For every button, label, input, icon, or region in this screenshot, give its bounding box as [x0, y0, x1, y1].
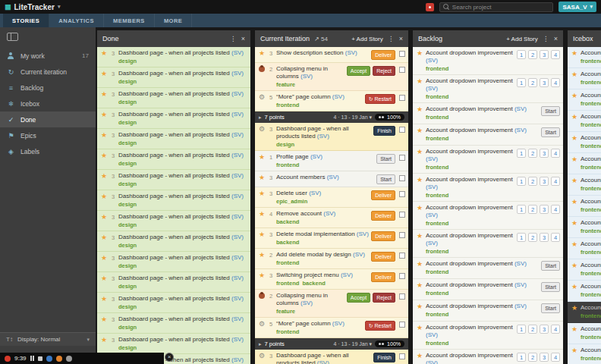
story-epic-tag[interactable]: (SV)	[231, 70, 244, 77]
start-button[interactable]: Start	[376, 174, 395, 184]
finish-button[interactable]: Finish	[373, 353, 395, 362]
story-label[interactable]: frontend	[581, 58, 601, 64]
story-label[interactable]: frontend	[581, 121, 601, 128]
estimate-button[interactable]: 1	[517, 50, 526, 59]
story-label[interactable]: backend	[276, 218, 299, 225]
story-epic-tag[interactable]: (SV)	[426, 331, 438, 338]
iteration-date[interactable]: 4 · 13 - 19 Jan ▾	[333, 115, 372, 121]
sidebar-item-icebox[interactable]: ❄Icebox	[0, 96, 96, 111]
story-row[interactable]: ★3Dashboard page - when all projects lis…	[97, 129, 250, 149]
estimate-button[interactable]: 1	[517, 233, 526, 242]
story-row[interactable]: ★Account dropdown improvement (SV)fronte…	[413, 47, 563, 75]
deliver-button[interactable]: Deliver	[371, 211, 395, 221]
search-box[interactable]	[439, 2, 553, 12]
reject-button[interactable]: Reject	[373, 293, 395, 303]
start-button[interactable]: Start	[541, 303, 560, 313]
story-label[interactable]: frontend	[276, 259, 299, 266]
story-label[interactable]: frontend	[581, 291, 601, 298]
deliver-button[interactable]: Deliver	[371, 252, 395, 262]
app-icon[interactable]	[66, 356, 72, 362]
story-label[interactable]: frontend	[426, 311, 448, 318]
story-checkbox[interactable]	[399, 212, 405, 218]
story-epic-tag[interactable]: (SV)	[231, 315, 244, 322]
story-epic-tag[interactable]: (SV)	[231, 111, 244, 118]
story-epic-tag[interactable]: (SV)	[426, 155, 438, 162]
story-row[interactable]: ★3Dashboard page - when all projects lis…	[97, 231, 250, 252]
overlay-close-button[interactable]: ×	[165, 353, 174, 362]
story-epic-tag[interactable]: (SV)	[231, 90, 244, 97]
avatar[interactable]: SASA_V ▾	[559, 2, 596, 12]
estimate-button[interactable]: 2	[528, 205, 537, 214]
story-row[interactable]: ★3Delete modal implementation (SV)backen…	[255, 228, 408, 249]
story-epic-tag[interactable]: (SV)	[231, 131, 244, 138]
story-label[interactable]: design	[118, 58, 137, 64]
estimate-button[interactable]: 3	[540, 205, 549, 214]
story-row[interactable]: ★Account dropdown improvement (SV)fronte…	[413, 174, 563, 202]
app-icon[interactable]	[56, 356, 62, 362]
story-row[interactable]: ★Account dropdown improvement (SV)fronte…	[413, 75, 563, 103]
story-row[interactable]: ★Account dropdown improvement (SV)fronte…	[568, 344, 601, 364]
story-row[interactable]: ★3Dashboard page - when all projects lis…	[97, 334, 250, 354]
story-row[interactable]: ★3Show description section (SV)Deliver	[255, 47, 408, 63]
story-checkbox[interactable]	[399, 273, 405, 279]
search-input[interactable]	[452, 4, 550, 11]
story-label[interactable]: frontend	[581, 355, 601, 362]
estimate-button[interactable]: 1	[517, 325, 526, 334]
story-row[interactable]: ★2Add delete modal by design (SV)fronten…	[255, 249, 408, 269]
story-epic-tag[interactable]: (SV)	[426, 240, 438, 246]
story-row[interactable]: ★3Dashboard page - when all projects lis…	[97, 272, 250, 293]
notification-icon[interactable]	[426, 3, 434, 11]
story-row[interactable]: ★3Dashboard page - when all projects lis…	[97, 170, 250, 190]
story-label[interactable]: frontend	[581, 312, 601, 319]
story-label[interactable]: design	[118, 201, 137, 208]
start-button[interactable]: Start	[541, 261, 560, 271]
story-epic-tag[interactable]: (SV)	[231, 193, 244, 199]
story-label[interactable]: frontend	[276, 162, 299, 168]
story-row[interactable]: ★Account dropdown improvement (SV)fronte…	[568, 217, 601, 238]
estimate-button[interactable]: 4	[551, 233, 560, 242]
kebab-menu-icon[interactable]: ⋮	[230, 35, 237, 42]
start-button[interactable]: Start	[541, 106, 560, 116]
story-label[interactable]: frontend	[581, 270, 601, 277]
story-label[interactable]: backend	[302, 280, 325, 287]
story-row[interactable]: ⚙5“More” page column (SV)frontend↻ Resta…	[255, 318, 408, 338]
story-row[interactable]: ★Account dropdown improvement (SV)fronte…	[413, 124, 563, 146]
estimate-button[interactable]: 3	[540, 325, 549, 334]
story-epic-tag[interactable]: (SV)	[426, 85, 438, 92]
story-row[interactable]: ★3Dashboard page - when all projects lis…	[97, 252, 250, 272]
story-row[interactable]: ★1Profile page (SV)frontendStart	[255, 151, 408, 171]
story-epic-tag[interactable]: (SV)	[514, 105, 527, 112]
story-row[interactable]: ★Account dropdown improvement (SV)fronte…	[413, 202, 563, 230]
sidebar-item-my-work[interactable]: My work17	[0, 48, 96, 64]
estimate-button[interactable]: 1	[517, 78, 526, 87]
story-label[interactable]: frontend	[276, 328, 299, 335]
story-epic-tag[interactable]: (SV)	[317, 359, 329, 364]
estimate-button[interactable]: 4	[551, 50, 560, 59]
story-epic-tag[interactable]: (SV)	[345, 49, 357, 56]
story-row[interactable]: ★Account dropdown improvement (SV)fronte…	[568, 47, 601, 68]
iteration-header[interactable]: ▸7 points4 · 13 - 19 Jan ▾100%	[255, 111, 408, 123]
story-epic-tag[interactable]: (SV)	[514, 260, 527, 267]
story-checkbox[interactable]	[399, 175, 405, 181]
restart-button[interactable]: ↻ Restart	[365, 321, 395, 331]
story-label[interactable]: design	[118, 324, 137, 331]
story-label[interactable]: design	[118, 262, 137, 269]
story-label[interactable]: frontend	[581, 206, 601, 213]
reject-button[interactable]: Reject	[373, 66, 395, 76]
story-label[interactable]: frontend	[581, 100, 601, 107]
story-epic-tag[interactable]: (SV)	[341, 271, 353, 278]
story-epic-tag[interactable]: (SV)	[426, 57, 438, 64]
estimate-button[interactable]: 1	[517, 177, 526, 186]
story-epic-tag[interactable]: (SV)	[353, 251, 365, 258]
story-epic-tag[interactable]: (SV)	[231, 172, 244, 179]
story-row[interactable]: ★Account dropdown improvement (SV)fronte…	[568, 302, 601, 323]
story-row[interactable]: ★3Delete user (SV)epic_adminDeliver	[255, 187, 408, 208]
story-label[interactable]: frontend	[426, 114, 448, 121]
story-label[interactable]: feature	[276, 308, 295, 315]
start-button[interactable]: Start	[541, 282, 560, 292]
story-row[interactable]: ★3Dashboard page - when all projects lis…	[97, 313, 250, 334]
story-epic-tag[interactable]: (SV)	[514, 281, 527, 288]
estimate-button[interactable]: 4	[551, 325, 560, 334]
accept-button[interactable]: Accept	[347, 66, 370, 76]
story-epic-tag[interactable]: (SV)	[426, 184, 438, 190]
